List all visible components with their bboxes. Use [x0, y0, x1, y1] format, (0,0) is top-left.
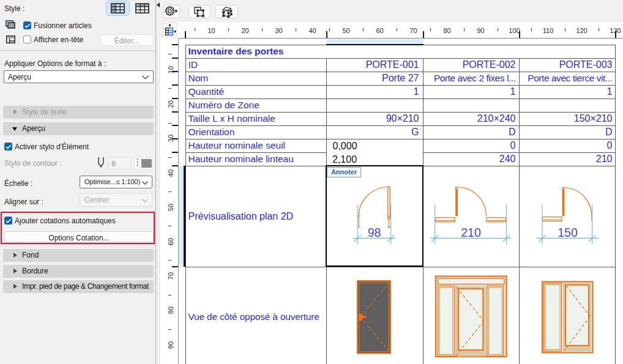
svg-text:98: 98 [368, 226, 381, 239]
svg-text:210: 210 [461, 226, 481, 239]
svg-text:150: 150 [558, 226, 578, 239]
